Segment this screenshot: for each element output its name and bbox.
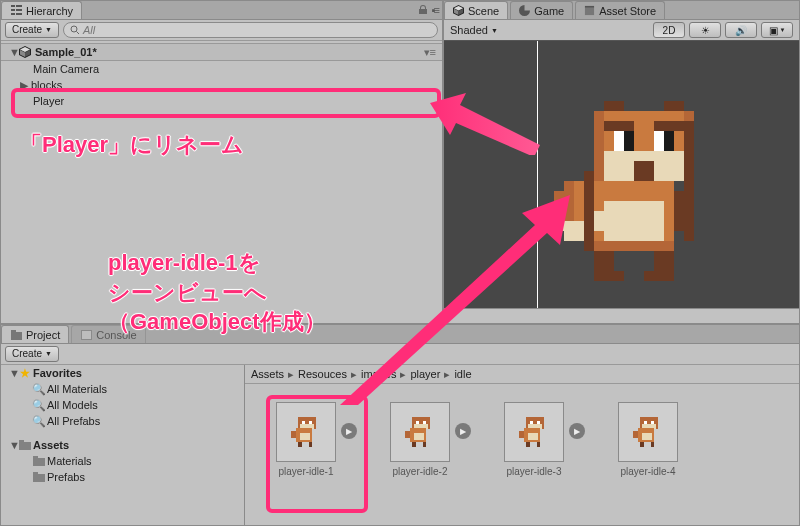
toolbar-2d-label: 2D xyxy=(663,25,676,36)
project-icon xyxy=(10,329,22,341)
shading-mode-dropdown[interactable]: Shaded ▼ xyxy=(450,24,498,36)
svg-rect-0 xyxy=(11,5,15,7)
svg-rect-68 xyxy=(416,421,420,425)
asset-item[interactable]: ▶ player-idle-2 xyxy=(377,402,463,477)
assets-item[interactable]: Materials xyxy=(1,453,244,469)
hierarchy-item-label: blocks xyxy=(29,79,62,91)
svg-rect-37 xyxy=(664,131,674,151)
hierarchy-tab-options[interactable]: ▪≡ xyxy=(418,1,442,19)
svg-rect-53 xyxy=(33,458,45,466)
player-sprite-preview xyxy=(554,101,724,291)
favorites-item[interactable]: 🔍All Models xyxy=(1,397,244,413)
breadcrumb-item[interactable]: idle xyxy=(454,368,471,380)
hierarchy-item[interactable]: ▶ blocks xyxy=(1,77,442,93)
hierarchy-item-label: Main Camera xyxy=(31,63,99,75)
shading-mode-label: Shaded xyxy=(450,24,488,36)
breadcrumb-item[interactable]: Assets xyxy=(251,368,284,380)
asset-item[interactable]: player-idle-4 xyxy=(605,402,691,477)
game-icon xyxy=(519,5,530,16)
toolbar-fx-toggle[interactable]: ▣▼ xyxy=(761,22,793,38)
disclosure-triangle-icon[interactable]: ▶ xyxy=(19,79,29,92)
assets-item-label: Prefabs xyxy=(45,471,85,483)
hierarchy-item-player[interactable]: Player xyxy=(1,93,442,109)
lock-icon xyxy=(418,5,428,15)
chevron-right-icon: ▸ xyxy=(400,368,406,381)
svg-rect-3 xyxy=(16,5,22,7)
asset-thumbnail: ▶ xyxy=(276,402,336,462)
asset-thumbnail: ▶ xyxy=(390,402,450,462)
play-icon[interactable]: ▶ xyxy=(569,423,585,439)
assets-item[interactable]: Prefabs xyxy=(1,469,244,485)
favorites-item-label: All Materials xyxy=(45,383,107,395)
asset-name-label: player-idle-3 xyxy=(506,466,561,477)
play-icon[interactable]: ▶ xyxy=(455,423,471,439)
svg-rect-4 xyxy=(16,9,22,11)
toolbar-2d-toggle[interactable]: 2D xyxy=(653,22,685,38)
svg-rect-92 xyxy=(633,431,638,438)
tab-scene[interactable]: Scene xyxy=(444,1,508,19)
chevron-down-icon: ▼ xyxy=(45,347,52,361)
svg-rect-52 xyxy=(19,440,24,443)
speaker-icon: 🔊 xyxy=(735,25,747,36)
scene-row-menu-icon[interactable]: ▾≡ xyxy=(424,46,436,59)
disclosure-triangle-icon[interactable]: ▼ xyxy=(9,46,19,58)
asset-name-label: player-idle-4 xyxy=(620,466,675,477)
svg-rect-33 xyxy=(634,161,654,181)
tab-asset-store[interactable]: Asset Store xyxy=(575,1,665,19)
asset-name-label: player-idle-1 xyxy=(278,466,333,477)
svg-rect-73 xyxy=(423,442,427,447)
favorites-heading[interactable]: ▼ ★ Favorites xyxy=(1,365,244,381)
disclosure-triangle-icon[interactable]: ▼ xyxy=(9,367,19,379)
scene-view[interactable] xyxy=(444,41,799,308)
svg-rect-60 xyxy=(309,421,313,425)
chevron-right-icon: ▸ xyxy=(444,368,450,381)
svg-rect-26 xyxy=(604,201,664,241)
favorites-item-label: All Models xyxy=(45,399,98,411)
breadcrumb-item[interactable]: Resouces xyxy=(298,368,347,380)
search-icon xyxy=(70,25,80,35)
favorites-item[interactable]: 🔍All Materials xyxy=(1,381,244,397)
asset-item[interactable]: ▶ player-idle-1 xyxy=(263,402,349,477)
assets-item-label: Materials xyxy=(45,455,92,467)
svg-rect-72 xyxy=(412,442,416,447)
toolbar-lighting-toggle[interactable]: ☀ xyxy=(689,22,721,38)
project-toolbar: Create ▼ xyxy=(1,344,799,365)
breadcrumb-item[interactable]: player xyxy=(410,368,440,380)
create-button[interactable]: Create ▼ xyxy=(5,346,59,362)
sprite-preview-icon xyxy=(519,415,549,449)
create-button[interactable]: Create ▼ xyxy=(5,22,59,38)
asset-item[interactable]: ▶ player-idle-3 xyxy=(491,402,577,477)
hierarchy-item[interactable]: Main Camera xyxy=(1,61,442,77)
breadcrumb-item[interactable]: images xyxy=(361,368,396,380)
svg-rect-89 xyxy=(642,433,653,440)
svg-rect-65 xyxy=(291,431,296,438)
svg-rect-42 xyxy=(594,271,624,281)
svg-rect-59 xyxy=(302,421,306,425)
favorites-heading-label: Favorites xyxy=(31,367,82,379)
scene-toolbar: Shaded ▼ 2D ☀ 🔊 ▣▼ xyxy=(444,20,799,41)
hierarchy-tab[interactable]: Hierarchy xyxy=(1,1,82,19)
tab-project[interactable]: Project xyxy=(1,325,69,343)
tab-console-label: Console xyxy=(96,329,136,341)
chevron-down-icon: ▼ xyxy=(491,27,498,34)
hierarchy-scene-row[interactable]: ▼ Sample_01* ▾≡ xyxy=(1,43,442,61)
tab-console[interactable]: Console xyxy=(71,325,145,343)
favorites-item[interactable]: 🔍All Prefabs xyxy=(1,413,244,429)
asset-thumbnail: ▶ xyxy=(504,402,564,462)
svg-rect-39 xyxy=(654,121,684,131)
assets-heading[interactable]: ▼ Assets xyxy=(1,437,244,453)
asset-store-icon xyxy=(584,5,595,16)
hierarchy-search-input[interactable]: All xyxy=(63,22,438,38)
tab-game[interactable]: Game xyxy=(510,1,573,19)
scene-scrollbar[interactable] xyxy=(444,308,799,323)
svg-rect-22 xyxy=(554,211,564,231)
scene-panel: Scene Game Asset Store Shaded ▼ 2D ☀ 🔊 ▣… xyxy=(443,0,800,324)
folder-icon xyxy=(33,455,45,467)
disclosure-triangle-icon[interactable]: ▼ xyxy=(9,439,19,451)
toolbar-audio-toggle[interactable]: 🔊 xyxy=(725,22,757,38)
play-icon[interactable]: ▶ xyxy=(341,423,357,439)
breadcrumb: Assets▸ Resouces▸ images▸ player▸ idle xyxy=(245,365,799,384)
svg-rect-51 xyxy=(19,442,31,450)
svg-rect-45 xyxy=(584,171,594,251)
project-panel: Project Console Create ▼ ▼ ★ Favorites 🔍… xyxy=(0,324,800,526)
